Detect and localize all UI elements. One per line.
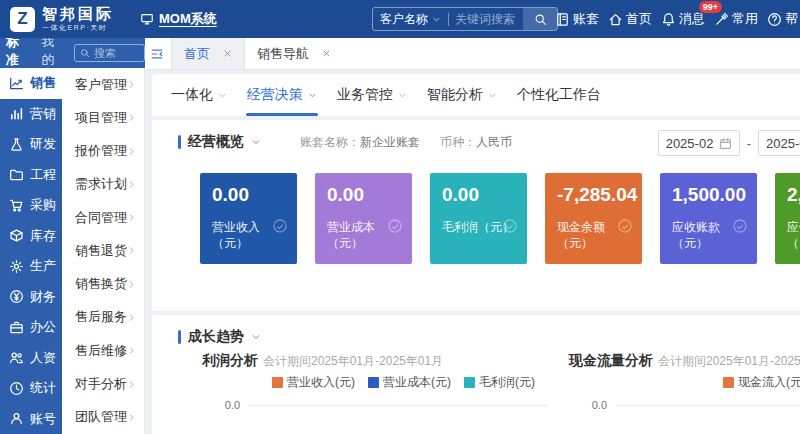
overview-panel: 经营概览 账套名称：新企业账套 币种：人民币 2025-02 - 2025-02… [152, 120, 800, 311]
module-item[interactable]: 统计 [0, 373, 62, 404]
submenu-item[interactable]: 项目管理 [62, 101, 144, 134]
module-item[interactable]: 账号 [0, 404, 62, 434]
module-icon [9, 76, 24, 91]
submenu-item[interactable]: 报价管理 [62, 135, 144, 168]
submenu-item[interactable]: 对手分析 [62, 367, 144, 400]
topbar-action[interactable]: 常用 [714, 8, 758, 30]
module-icon [9, 381, 24, 396]
cashflow-chart-title: 现金流量分析 [569, 352, 653, 370]
topbar-action[interactable]: 帮 [767, 8, 798, 30]
metric-card[interactable]: 0.00 营业成本 （元） [315, 173, 412, 264]
submenu-label: 项目管理 [75, 109, 127, 127]
search-button[interactable] [523, 8, 557, 30]
topbar-action[interactable]: 消息 99+ [661, 8, 705, 30]
submenu-item[interactable]: 需求计划 [62, 168, 144, 201]
search-category-dropdown[interactable]: 客户名称 [373, 11, 448, 28]
submenu-item[interactable]: 销售退货 [62, 234, 144, 267]
module-icon [9, 137, 24, 152]
topbar-action-label: 常用 [732, 10, 758, 28]
module-item[interactable]: 采购 [0, 190, 62, 221]
module-nav: 销售 营销 研发 工程 采购 库存 生产 [0, 68, 62, 434]
module-icon [9, 320, 24, 335]
submenu-item[interactable]: 销售换货 [62, 268, 144, 301]
logo-title: 智邦国际 [42, 5, 114, 22]
chevron-right-icon [127, 180, 136, 189]
submenu-item[interactable]: 合同管理 [62, 201, 144, 234]
submenu-label: 报价管理 [75, 142, 127, 160]
legend-label: 毛利润(元) [479, 374, 535, 391]
sidebar-search-input[interactable] [94, 47, 139, 59]
mom-system-label: MOM系统 [159, 10, 217, 28]
module-label: 库存 [30, 227, 56, 245]
metric-card[interactable]: 2,5 应付 （元 [775, 173, 800, 264]
legend-label: 现金流入(元) [738, 374, 800, 391]
date-from-input[interactable]: 2025-02 [658, 130, 740, 156]
section-nav-item[interactable]: 业务管控 [334, 74, 410, 116]
module-item[interactable]: 营销 [0, 99, 62, 130]
legend-swatch [723, 377, 734, 388]
module-item[interactable]: 办公 [0, 312, 62, 343]
keyword-search-input[interactable] [449, 12, 523, 26]
module-item[interactable]: 工程 [0, 160, 62, 191]
date-to-input[interactable]: 2025-02 [758, 130, 800, 156]
close-icon[interactable] [223, 49, 232, 58]
account-info: 账套名称：新企业账套 币种：人民币 [300, 134, 512, 151]
submenu-label: 销售退货 [75, 242, 127, 260]
module-item[interactable]: 库存 [0, 221, 62, 252]
metric-unit: （元） [212, 235, 285, 251]
section-nav: 一体化 经营决策 业务管控 智能分析 个性化工作台 [152, 74, 800, 116]
section-nav-item[interactable]: 智能分析 [424, 74, 500, 116]
chevron-down-icon[interactable] [251, 332, 261, 342]
module-item[interactable]: 人资 [0, 343, 62, 374]
metric-card[interactable]: 1,500.00 应收账款 （元） [660, 173, 757, 264]
metric-card[interactable]: -7,285.04 现金余额 （元） [545, 173, 642, 264]
section-accent-bar [178, 135, 181, 149]
module-label: 采购 [30, 196, 56, 214]
module-label: 营销 [30, 105, 56, 123]
module-item[interactable]: 生产 [0, 251, 62, 282]
metric-card[interactable]: 0.00 毛利润（元） [430, 173, 527, 264]
topbar-action-icon [714, 12, 729, 27]
growth-panel: 成长趋势 利润分析 会计期间2025年01月-2025年01月 营业收入(元) [152, 315, 800, 434]
currency-value: 人民币 [476, 135, 512, 149]
submenu-label: 团队管理 [75, 408, 127, 426]
mom-system-link[interactable]: MOM系统 [140, 10, 217, 28]
page-tab[interactable]: 首页 [171, 38, 245, 69]
topbar-action[interactable]: 首页 [608, 8, 652, 30]
topbar-action-label: 首页 [626, 10, 652, 28]
module-icon [9, 350, 24, 365]
legend-item[interactable]: 现金流入(元) [723, 374, 800, 391]
page-tab[interactable]: 销售导航 [245, 38, 343, 69]
submenu-label: 售后服务 [75, 308, 127, 326]
section-nav-item[interactable]: 经营决策 [244, 74, 320, 116]
sidebar-tab[interactable]: 我的 [42, 33, 65, 73]
module-label: 统计 [30, 379, 56, 397]
metric-value: 0.00 [212, 184, 285, 206]
card-metric-icon [617, 218, 633, 234]
chevron-right-icon [127, 246, 136, 255]
metric-card[interactable]: 0.00 营业收入 （元） [200, 173, 297, 264]
submenu-item[interactable]: 客户管理 [62, 68, 144, 101]
collapse-sidebar-icon[interactable] [150, 47, 164, 61]
chevron-right-icon [127, 380, 136, 389]
section-nav-item[interactable]: 一体化 [168, 74, 230, 116]
module-item[interactable]: 销售 [0, 68, 62, 99]
module-icon [9, 198, 24, 213]
submenu-item[interactable]: 售后维修 [62, 334, 144, 367]
legend-item[interactable]: 毛利润(元) [464, 374, 535, 391]
module-item[interactable]: 研发 [0, 129, 62, 160]
legend-item[interactable]: 营业成本(元) [368, 374, 451, 391]
topbar-actions: 账套 首页 消息 99+ 常用 帮 [555, 8, 800, 30]
chevron-right-icon [127, 213, 136, 222]
legend-item[interactable]: 营业收入(元) [272, 374, 355, 391]
chevron-down-icon[interactable] [251, 137, 261, 147]
submenu-item[interactable]: 团队管理 [62, 401, 144, 434]
close-icon[interactable] [322, 49, 331, 58]
sidebar-tab[interactable]: 标准 [6, 33, 29, 73]
submenu-item[interactable]: 售后服务 [62, 301, 144, 334]
app-logo: Z 智邦国际 一体化ERP·天时 [10, 5, 114, 32]
module-item[interactable]: 财务 [0, 282, 62, 313]
section-nav-item[interactable]: 个性化工作台 [514, 74, 604, 116]
caret-down-icon [398, 91, 407, 100]
topbar-action[interactable]: 账套 [555, 8, 599, 30]
